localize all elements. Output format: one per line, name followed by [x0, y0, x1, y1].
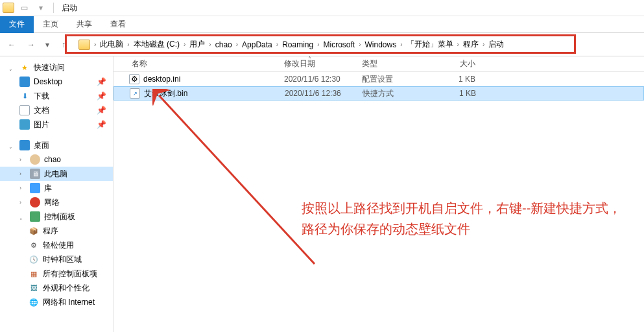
sidebar-item-label: Desktop: [34, 77, 62, 86]
download-icon: ⬇: [19, 91, 30, 101]
chevron-right-icon[interactable]: ›: [19, 199, 26, 206]
chevron-right-icon[interactable]: ›: [316, 41, 320, 48]
column-name[interactable]: 名称: [113, 58, 279, 69]
file-icon: ⚙: [129, 74, 139, 84]
ribbon-file-tab[interactable]: 文件: [0, 16, 34, 33]
chevron-right-icon[interactable]: ›: [235, 41, 239, 48]
appearance-icon: 🖼: [29, 283, 39, 293]
crumb-startup[interactable]: 启动: [486, 39, 507, 50]
sidebar-item-quick-access[interactable]: ˬ ★ 快速访问: [0, 60, 113, 75]
sidebar-item-label: 快速访问: [34, 62, 65, 73]
qat-divider: [53, 3, 54, 13]
ribbon-tab-share[interactable]: 共享: [67, 16, 101, 33]
qat-new-folder[interactable]: ▾: [34, 1, 48, 14]
file-row[interactable]: 艾希冰剑.bin 2020/11/6 12:36 快捷方式 1 KB: [113, 86, 644, 101]
star-icon: ★: [19, 62, 30, 73]
chevron-down-icon[interactable]: ˬ: [9, 64, 16, 71]
sidebar-item-appearance[interactable]: 🖼 外观和个性化: [0, 281, 113, 295]
control-panel-icon: [30, 211, 40, 222]
sidebar-item-ease-of-access[interactable]: ⚙ 轻松使用: [0, 238, 113, 252]
crumb-roaming[interactable]: Roaming: [280, 40, 316, 49]
crumb-programs[interactable]: 程序: [460, 39, 481, 50]
sidebar-item-label: 桌面: [34, 140, 49, 151]
pin-icon: 📌: [97, 120, 106, 129]
nav-back-button[interactable]: ←: [4, 37, 19, 53]
user-icon: [30, 154, 40, 165]
nav-forward-button[interactable]: →: [23, 37, 39, 53]
crumb-users[interactable]: 用户: [187, 39, 208, 50]
sidebar-item-all-cpl[interactable]: ▦ 所有控制面板项: [0, 267, 113, 281]
sidebar-item-programs[interactable]: 📦 程序: [0, 224, 113, 238]
ribbon-tab-view[interactable]: 查看: [101, 16, 135, 33]
sidebar-item-label: 下载: [34, 91, 49, 102]
sidebar-item-label: chao: [44, 155, 61, 164]
chevron-down-icon[interactable]: ˬ: [9, 142, 16, 148]
file-type: 配置设置: [357, 74, 431, 85]
chevron-right-icon[interactable]: ›: [399, 41, 403, 48]
chevron-right-icon[interactable]: ›: [19, 185, 26, 191]
sidebar-item-label: 库: [44, 183, 52, 194]
globe-icon: 🌐: [29, 297, 39, 307]
chevron-down-icon[interactable]: ˬ: [19, 213, 26, 220]
sidebar-item-desktop[interactable]: Desktop 📌: [0, 75, 113, 89]
sidebar-item-this-pc[interactable]: › 🖥 此电脑: [0, 167, 113, 181]
file-row[interactable]: ⚙ desktop.ini 2020/11/6 12:30 配置设置 1 KB: [113, 72, 644, 86]
file-name: 艾希冰剑.bin: [144, 88, 187, 99]
sidebar-item-desk-cn[interactable]: ˬ 桌面: [0, 138, 113, 152]
sidebar-item-documents[interactable]: 文档 📌: [0, 103, 113, 117]
sidebar-item-user[interactable]: › chao: [0, 152, 113, 167]
column-size[interactable]: 大小: [431, 58, 483, 69]
sidebar-item-label: 图片: [34, 119, 49, 130]
annotation-text: 按照以上路径找到开机自启文件，右键--新建快捷方式，路径为你保存的动态壁纸文件: [302, 198, 632, 239]
file-size: 1 KB: [432, 89, 484, 98]
chevron-right-icon[interactable]: ›: [481, 41, 486, 48]
chevron-right-icon[interactable]: ›: [19, 171, 26, 177]
pc-icon: 🖥: [30, 169, 40, 179]
crumb-this-pc[interactable]: 此电脑: [97, 39, 126, 50]
breadcrumb: 此电脑› 本地磁盘 (C:)› 用户› chao› AppData› Roami…: [97, 37, 507, 53]
crumb-drive-c[interactable]: 本地磁盘 (C:): [131, 39, 182, 50]
desktop-icon: [19, 140, 30, 150]
chevron-right-icon[interactable]: ›: [456, 41, 460, 48]
sidebar-item-network[interactable]: › 网络: [0, 195, 113, 209]
crumb-appdata[interactable]: AppData: [239, 40, 275, 49]
crumb-microsoft[interactable]: Microsoft: [321, 40, 358, 49]
sidebar-item-pictures[interactable]: 图片 📌: [0, 117, 113, 132]
file-list-view: 名称 修改日期 类型 大小 ˄ ⚙ desktop.ini 2020/11/6 …: [113, 56, 644, 332]
sidebar-item-label: 程序: [43, 226, 58, 237]
column-date[interactable]: 修改日期: [279, 58, 357, 69]
crumb-chao[interactable]: chao: [213, 40, 235, 49]
file-type: 快捷方式: [357, 88, 432, 99]
address-bar[interactable]: › 此电脑› 本地磁盘 (C:)› 用户› chao› AppData› Roa…: [75, 36, 640, 53]
sidebar-item-downloads[interactable]: ⬇ 下载 📌: [0, 89, 113, 103]
chevron-right-icon[interactable]: ›: [208, 41, 212, 48]
qat-properties[interactable]: ▭: [17, 1, 31, 14]
chevron-right-icon[interactable]: ›: [275, 41, 280, 48]
chevron-right-icon[interactable]: ›: [182, 41, 187, 48]
crumb-startmenu[interactable]: 「开始」菜单: [404, 39, 456, 50]
column-headers: 名称 修改日期 类型 大小 ˄: [113, 56, 644, 72]
chevron-right-icon[interactable]: ›: [19, 156, 26, 163]
sidebar-item-label: 网络和 Internet: [43, 297, 95, 308]
pin-icon: 📌: [97, 91, 106, 101]
ribbon-tab-home[interactable]: 主页: [34, 16, 67, 33]
chevron-right-icon[interactable]: ›: [93, 41, 97, 48]
address-folder-icon: [78, 40, 90, 50]
sidebar-item-net-internet[interactable]: 🌐 网络和 Internet: [0, 295, 113, 309]
grid-icon: ▦: [29, 268, 39, 279]
file-rows: ⚙ desktop.ini 2020/11/6 12:30 配置设置 1 KB …: [113, 72, 644, 101]
column-type[interactable]: 类型: [357, 58, 431, 69]
sidebar-item-clock-region[interactable]: 🕓 时钟和区域: [0, 252, 113, 267]
sidebar-item-libraries[interactable]: › 库: [0, 181, 113, 195]
library-icon: [30, 183, 40, 193]
annotation-arrow-icon: [152, 89, 321, 270]
nav-row: ← → ▾ ↑ › 此电脑› 本地磁盘 (C:)› 用户› chao› AppD…: [0, 33, 644, 56]
chevron-right-icon[interactable]: ›: [357, 41, 362, 48]
sidebar-item-control-panel[interactable]: ˬ 控制面板: [0, 209, 113, 224]
chevron-right-icon[interactable]: ›: [126, 41, 130, 48]
crumb-windows[interactable]: Windows: [363, 40, 400, 49]
sidebar-item-label: 网络: [44, 197, 60, 208]
nav-recent-dropdown[interactable]: ▾: [43, 37, 52, 53]
desktop-icon: [19, 77, 30, 87]
nav-up-button[interactable]: ↑: [56, 37, 71, 53]
